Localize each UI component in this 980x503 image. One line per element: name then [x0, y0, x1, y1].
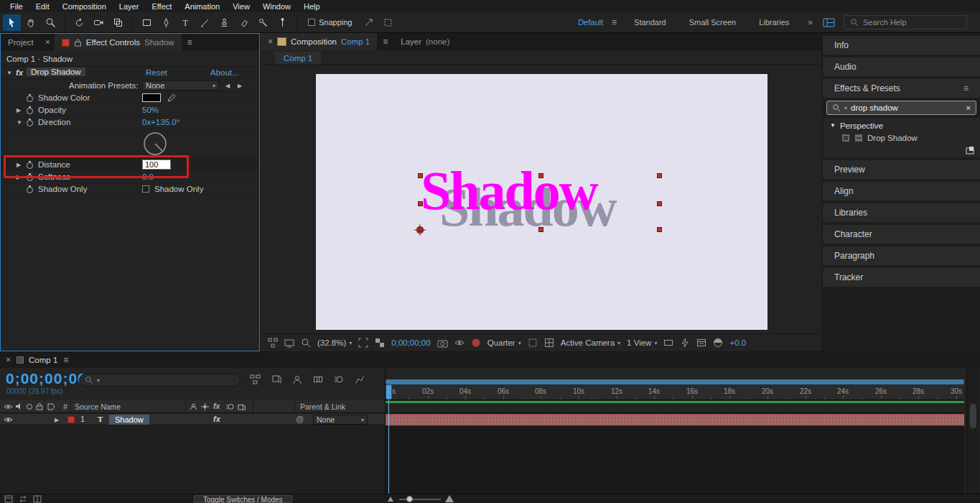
roto-brush-tool[interactable]: [254, 14, 272, 31]
channels-icon[interactable]: [471, 338, 481, 348]
chevron-down-icon[interactable]: ▼: [830, 122, 836, 129]
zoom-tool[interactable]: [42, 14, 60, 31]
selection-handle[interactable]: [418, 201, 423, 206]
previous-preset-icon[interactable]: ◀: [225, 83, 230, 89]
lock-icon[interactable]: [36, 402, 43, 410]
layer-color-swatch[interactable]: [67, 416, 75, 423]
hide-shy-icon[interactable]: [292, 374, 302, 384]
workspace-switcher-icon[interactable]: [820, 14, 838, 31]
time-navigator-bar[interactable]: [386, 379, 964, 384]
in-out-columns-icon[interactable]: [33, 495, 42, 503]
effect-name[interactable]: Drop Shadow: [27, 68, 85, 76]
timeline-tab-label[interactable]: Comp 1: [29, 356, 57, 364]
shadow-only-checkbox[interactable]: [142, 185, 149, 193]
fx-column-icon[interactable]: fx: [213, 402, 220, 410]
zoom-out-mountain-icon[interactable]: [388, 497, 393, 502]
toggle-switches-modes-button[interactable]: Toggle Switches / Modes: [194, 495, 292, 503]
eyedropper-icon[interactable]: [167, 93, 177, 103]
layer-duration-bar[interactable]: [386, 414, 964, 425]
rotation-tool[interactable]: [70, 14, 88, 31]
snap-box-icon[interactable]: [379, 14, 397, 31]
chevron-down-icon[interactable]: ▾: [844, 105, 847, 111]
workspace-libraries[interactable]: Libraries: [747, 18, 801, 27]
timeline-zoom-track[interactable]: [399, 499, 441, 500]
workspace-standard[interactable]: Standard: [622, 18, 678, 27]
stopwatch-icon[interactable]: [27, 108, 33, 114]
chevron-right-icon[interactable]: ▶: [17, 107, 21, 114]
roi-icon[interactable]: [358, 338, 368, 348]
stopwatch-icon[interactable]: [27, 120, 33, 126]
current-time-indicator-head[interactable]: [386, 384, 392, 400]
source-name-header[interactable]: Source Name: [75, 402, 121, 411]
timeline-scrollbar[interactable]: [966, 368, 979, 494]
parent-link-header[interactable]: Parent & Link: [300, 402, 345, 411]
solo-icon[interactable]: [26, 403, 33, 410]
layer-number-header[interactable]: #: [63, 402, 67, 411]
expand-layers-icon[interactable]: [4, 495, 13, 503]
clone-stamp-tool[interactable]: [215, 14, 233, 31]
transfer-controls-icon[interactable]: [19, 495, 27, 503]
eye-icon[interactable]: [4, 403, 13, 410]
eraser-tool[interactable]: [235, 14, 253, 31]
about-link[interactable]: About...: [210, 68, 239, 77]
layer-row[interactable]: ▶ 1 T Shadow fx @ None ▾: [0, 414, 385, 425]
chevron-right-icon[interactable]: ▶: [17, 162, 21, 168]
menu-effect[interactable]: Effect: [145, 2, 178, 11]
zoom-dropdown[interactable]: (32.8%) ▾: [317, 338, 352, 347]
effect-header-row[interactable]: ▼ fx Drop Shadow Reset About...: [1, 67, 259, 80]
parent-dropdown[interactable]: None ▾: [313, 415, 368, 425]
timeline-search-field[interactable]: ▾: [79, 374, 241, 387]
new-panel-grip-icon[interactable]: [966, 146, 974, 154]
snapping-checkbox[interactable]: [308, 19, 315, 26]
camera-dropdown[interactable]: Active Camera ▾: [561, 338, 620, 347]
draft-3d-icon[interactable]: [271, 374, 281, 384]
next-preset-icon[interactable]: ▶: [238, 83, 242, 89]
current-timecode[interactable]: 0;00;00;00: [6, 370, 87, 387]
magnification-icon[interactable]: [301, 338, 311, 348]
timeline-zoom-knob[interactable]: [406, 496, 413, 502]
comp-flowchart-icon[interactable]: [250, 374, 261, 384]
composition-canvas[interactable]: Shadow: [316, 74, 767, 330]
selection-handle[interactable]: [657, 173, 662, 178]
workspace-overflow-icon[interactable]: »: [801, 17, 820, 27]
menu-view[interactable]: View: [226, 2, 256, 11]
panel-audio[interactable]: Audio: [823, 57, 980, 76]
time-ruler[interactable]: 0s02s 04s06s 08s10s 12s14s 16s18s 20s22s…: [386, 384, 964, 400]
hand-tool[interactable]: [22, 14, 40, 31]
effects-search-field[interactable]: ▾ drop shadow ×: [826, 101, 976, 115]
collapse-icon[interactable]: [201, 403, 209, 410]
mini-flowchart-icon[interactable]: [268, 338, 278, 348]
menu-file[interactable]: File: [4, 2, 29, 11]
distance-input[interactable]: 100: [142, 160, 171, 170]
close-icon[interactable]: ×: [0, 355, 17, 365]
menu-edit[interactable]: Edit: [29, 2, 56, 11]
chevron-down-icon[interactable]: ▼: [17, 119, 22, 126]
panel-libraries[interactable]: Libraries: [823, 203, 980, 222]
panel-menu-icon[interactable]: ≡: [377, 37, 393, 47]
resolution-dropdown[interactable]: Quarter ▾: [487, 338, 521, 347]
reset-link[interactable]: Reset: [146, 68, 167, 77]
tab-project[interactable]: Project: [1, 34, 41, 51]
panel-info[interactable]: Info: [823, 36, 980, 55]
menu-window[interactable]: Window: [256, 2, 297, 11]
eye-icon[interactable]: [4, 416, 13, 423]
pick-whip-icon[interactable]: @: [296, 415, 304, 423]
type-tool[interactable]: T: [177, 14, 195, 31]
frame-blending-icon[interactable]: [313, 374, 323, 384]
workspace-default[interactable]: Default: [566, 18, 606, 27]
motion-blur-column-icon[interactable]: [226, 403, 234, 410]
animation-presets-dropdown[interactable]: None ▾: [142, 80, 219, 91]
pan-behind-tool[interactable]: [109, 14, 127, 31]
clear-search-icon[interactable]: ×: [966, 103, 971, 112]
panel-menu-icon[interactable]: ≡: [963, 83, 969, 93]
viewer-tab-comp1[interactable]: Comp 1: [275, 52, 321, 64]
zoom-in-mountain-icon[interactable]: [445, 495, 454, 502]
stopwatch-icon[interactable]: [27, 96, 33, 102]
fast-previews-icon[interactable]: [680, 338, 690, 348]
toggle-viewers-icon[interactable]: [284, 338, 294, 348]
panel-menu-icon[interactable]: ≡: [57, 355, 74, 365]
tree-item-drop-shadow[interactable]: Drop Shadow: [823, 131, 980, 144]
panel-menu-icon[interactable]: ≡: [182, 37, 198, 47]
3d-column-icon[interactable]: [238, 403, 246, 410]
pixel-aspect-icon[interactable]: [663, 338, 673, 348]
